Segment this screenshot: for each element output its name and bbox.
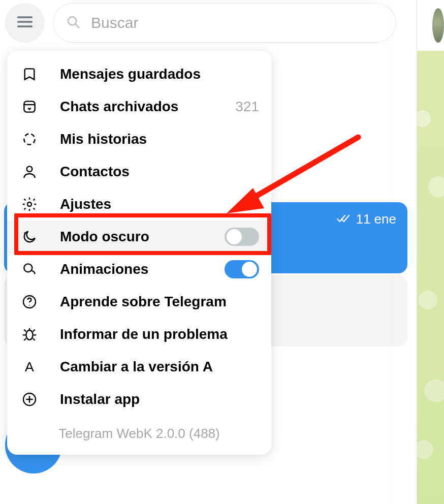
menu-item-settings[interactable]: Ajustes [7,188,271,220]
archived-count-badge: 321 [235,99,259,115]
gear-icon [21,196,46,212]
chat-date-text: 11 ene [356,211,396,227]
menu-label: Instalar app [60,391,259,407]
menu-item-install-app[interactable]: Instalar app [7,383,271,416]
menu-version-footer: Telegram WebK 2.0.0 (488) [7,416,271,446]
chat-date: 11 ene [336,211,396,227]
menu-label: Mis historias [60,131,259,147]
menu-item-report-problem[interactable]: Informar de un problema [7,318,271,351]
menu-item-my-stories[interactable]: Mis historias [7,123,271,155]
plus-circle-icon [21,391,46,407]
bookmark-icon [21,66,46,82]
menu-item-learn-telegram[interactable]: Aprende sobre Telegram [7,286,271,318]
animations-icon [21,261,46,277]
menu-label: Cambiar a la versión A [60,359,259,375]
menu-button[interactable] [5,3,45,43]
menu-label: Contactos [60,164,259,180]
menu-label: Ajustes [60,196,259,212]
svg-point-8 [29,305,30,306]
read-check-icon [336,211,352,227]
moon-icon [21,229,46,245]
svg-rect-2 [24,101,35,112]
menu-item-archived-chats[interactable]: Chats archivados 321 [7,90,271,123]
svg-point-5 [27,202,31,206]
menu-item-dark-mode[interactable]: Modo oscuro [7,220,271,253]
search-field[interactable] [53,3,396,43]
chat-area [417,0,444,504]
search-icon [66,14,81,32]
search-input[interactable] [91,14,384,32]
chat-avatar[interactable] [432,8,444,43]
menu-label: Animaciones [60,261,225,277]
menu-label: Informar de un problema [60,326,259,342]
top-bar [0,0,417,46]
letter-a-icon: A [21,359,46,375]
menu-label: Chats archivados [60,99,235,115]
chat-header [417,0,444,51]
svg-point-4 [27,166,33,172]
svg-point-3 [24,134,35,144]
bug-icon [21,326,46,342]
help-icon [21,294,46,310]
archive-icon [21,99,46,115]
svg-line-1 [75,24,79,27]
svg-text:A: A [25,359,34,374]
contacts-icon [21,164,46,180]
menu-item-contacts[interactable]: Contactos [7,155,271,188]
main-menu: Mensajes guardados Chats archivados 321 … [7,51,271,455]
menu-label: Mensajes guardados [60,66,259,82]
svg-point-9 [26,330,33,340]
hamburger-icon [16,13,34,33]
menu-item-saved-messages[interactable]: Mensajes guardados [7,58,271,90]
menu-item-animations[interactable]: Animaciones [7,253,271,286]
animations-toggle[interactable] [225,260,259,278]
stories-icon [21,131,46,147]
menu-label: Aprende sobre Telegram [60,294,259,310]
menu-item-switch-version[interactable]: A Cambiar a la versión A [7,351,271,383]
menu-label: Modo oscuro [60,229,225,245]
dark-mode-toggle[interactable] [225,228,259,246]
